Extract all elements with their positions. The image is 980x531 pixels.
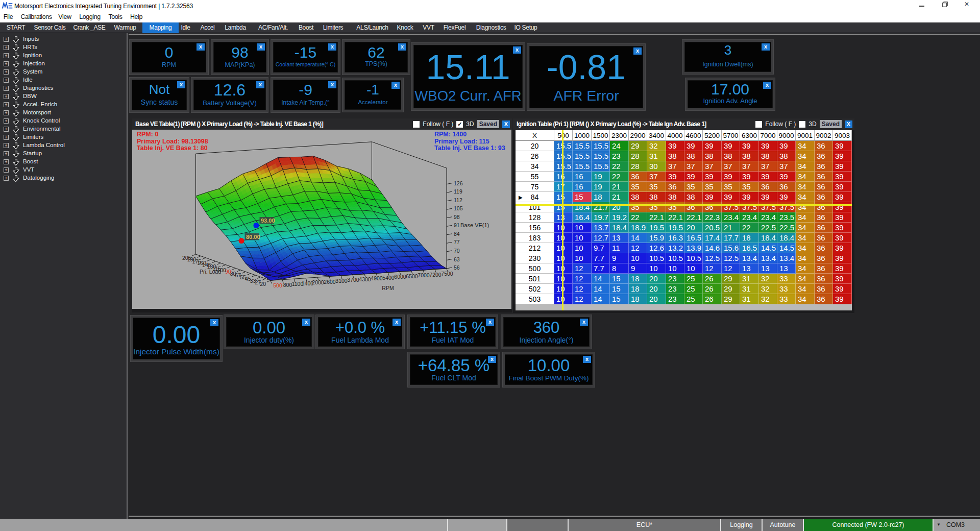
svg-text:7200: 7200 xyxy=(429,272,442,278)
svg-text:Table Inj. VE Base 1: 80: Table Inj. VE Base 1: 80 xyxy=(137,144,208,152)
svg-text:6000: 6000 xyxy=(394,274,406,280)
svg-text:63: 63 xyxy=(454,256,460,262)
svg-text:91: 91 xyxy=(454,222,460,228)
svg-text:84: 84 xyxy=(454,231,460,237)
svg-text:56: 56 xyxy=(454,264,460,271)
svg-text:RPM: 1400: RPM: 1400 xyxy=(434,131,467,138)
svg-text:5400: 5400 xyxy=(382,275,395,281)
svg-text:112: 112 xyxy=(454,197,462,203)
svg-text:77: 77 xyxy=(454,239,460,245)
svg-text:500: 500 xyxy=(273,282,282,288)
svg-text:Table Inj. VE Base 1: 93: Table Inj. VE Base 1: 93 xyxy=(434,144,505,152)
svg-text:126: 126 xyxy=(454,180,463,186)
svg-text:3100: 3100 xyxy=(335,278,348,284)
svg-text:98: 98 xyxy=(454,214,460,220)
svg-text:800: 800 xyxy=(283,282,292,288)
svg-text:RPM: RPM xyxy=(382,285,394,291)
svg-text:3700: 3700 xyxy=(347,277,359,283)
svg-text:80.00: 80.00 xyxy=(246,234,260,240)
svg-text:Base VE(1): Base VE(1) xyxy=(460,222,489,228)
svg-text:93.00: 93.00 xyxy=(261,218,275,224)
svg-text:7000: 7000 xyxy=(418,272,430,278)
svg-text:7500: 7500 xyxy=(441,271,453,277)
svg-text:2600: 2600 xyxy=(324,279,336,285)
svg-text:RPM: 0: RPM: 0 xyxy=(137,131,158,138)
svg-text:105: 105 xyxy=(454,205,463,211)
svg-text:Pri. Load: Pri. Load xyxy=(200,269,221,275)
svg-text:119: 119 xyxy=(454,188,462,195)
svg-text:Primary Load: 98.13098: Primary Load: 98.13098 xyxy=(137,138,208,145)
svg-text:2000: 2000 xyxy=(312,279,324,285)
svg-text:205: 205 xyxy=(182,255,191,261)
svg-text:4300: 4300 xyxy=(359,276,371,282)
svg-text:4900: 4900 xyxy=(371,275,383,281)
svg-text:Primary Load: 115: Primary Load: 115 xyxy=(434,138,489,145)
svg-text:70: 70 xyxy=(454,248,460,254)
svg-text:6500: 6500 xyxy=(406,273,418,279)
